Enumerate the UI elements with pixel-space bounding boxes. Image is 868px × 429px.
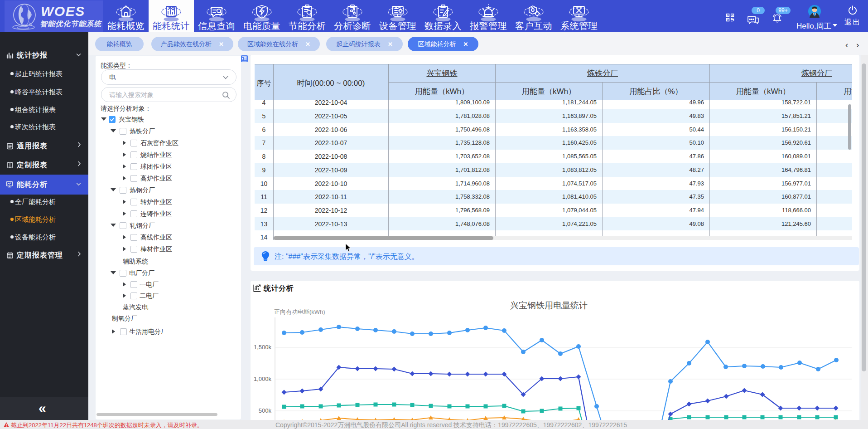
svg-text:1,500k: 1,500k [254, 344, 272, 351]
svg-text:1,000k: 1,000k [254, 375, 272, 382]
svg-text:500k: 500k [259, 407, 272, 414]
